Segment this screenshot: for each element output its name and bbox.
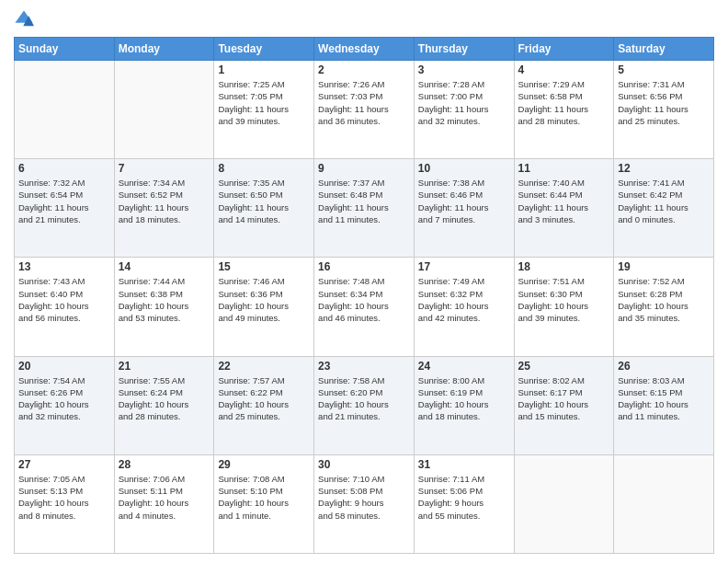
day-number: 9 <box>318 162 410 175</box>
weekday-header-saturday: Saturday <box>614 38 714 61</box>
calendar-cell: 17Sunrise: 7:49 AM Sunset: 6:32 PM Dayli… <box>414 258 514 356</box>
day-info: Sunrise: 7:46 AM Sunset: 6:36 PM Dayligh… <box>218 275 310 324</box>
day-number: 29 <box>218 458 310 471</box>
calendar-cell: 5Sunrise: 7:31 AM Sunset: 6:56 PM Daylig… <box>614 61 714 159</box>
calendar-cell: 27Sunrise: 7:05 AM Sunset: 5:13 PM Dayli… <box>15 454 115 553</box>
day-number: 10 <box>418 162 510 175</box>
week-row-4: 20Sunrise: 7:54 AM Sunset: 6:26 PM Dayli… <box>15 356 714 454</box>
week-row-3: 13Sunrise: 7:43 AM Sunset: 6:40 PM Dayli… <box>15 258 714 356</box>
day-info: Sunrise: 7:28 AM Sunset: 7:00 PM Dayligh… <box>418 78 510 127</box>
day-info: Sunrise: 7:32 AM Sunset: 6:54 PM Dayligh… <box>18 177 110 225</box>
header <box>14 9 714 29</box>
day-info: Sunrise: 7:06 AM Sunset: 5:11 PM Dayligh… <box>119 473 210 522</box>
weekday-header-sunday: Sunday <box>15 38 115 61</box>
calendar-cell: 11Sunrise: 7:40 AM Sunset: 6:44 PM Dayli… <box>514 159 614 258</box>
week-row-2: 6Sunrise: 7:32 AM Sunset: 6:54 PM Daylig… <box>15 159 714 258</box>
day-info: Sunrise: 8:03 AM Sunset: 6:15 PM Dayligh… <box>618 374 710 423</box>
logo <box>14 9 38 29</box>
calendar-cell: 18Sunrise: 7:51 AM Sunset: 6:30 PM Dayli… <box>514 258 614 356</box>
day-number: 13 <box>18 260 110 273</box>
day-number: 26 <box>618 360 710 373</box>
day-info: Sunrise: 7:37 AM Sunset: 6:48 PM Dayligh… <box>318 177 410 225</box>
weekday-header-wednesday: Wednesday <box>314 38 415 61</box>
calendar-cell: 15Sunrise: 7:46 AM Sunset: 6:36 PM Dayli… <box>214 258 314 356</box>
calendar-cell: 26Sunrise: 8:03 AM Sunset: 6:15 PM Dayli… <box>614 356 714 454</box>
calendar-cell: 25Sunrise: 8:02 AM Sunset: 6:17 PM Dayli… <box>514 356 614 454</box>
day-number: 19 <box>618 260 710 273</box>
day-number: 21 <box>119 360 210 373</box>
day-info: Sunrise: 7:11 AM Sunset: 5:06 PM Dayligh… <box>418 473 510 522</box>
day-number: 5 <box>618 63 710 76</box>
calendar-cell: 9Sunrise: 7:37 AM Sunset: 6:48 PM Daylig… <box>314 159 415 258</box>
day-info: Sunrise: 7:57 AM Sunset: 6:22 PM Dayligh… <box>218 374 310 423</box>
day-info: Sunrise: 7:55 AM Sunset: 6:24 PM Dayligh… <box>119 374 210 423</box>
calendar-cell: 14Sunrise: 7:44 AM Sunset: 6:38 PM Dayli… <box>114 258 214 356</box>
day-number: 22 <box>218 360 310 373</box>
weekday-header-thursday: Thursday <box>414 38 514 61</box>
calendar-cell <box>15 61 115 159</box>
calendar-cell: 10Sunrise: 7:38 AM Sunset: 6:46 PM Dayli… <box>414 159 514 258</box>
day-number: 28 <box>119 458 210 471</box>
calendar-cell: 4Sunrise: 7:29 AM Sunset: 6:58 PM Daylig… <box>514 61 614 159</box>
page: SundayMondayTuesdayWednesdayThursdayFrid… <box>0 0 728 563</box>
calendar-cell: 8Sunrise: 7:35 AM Sunset: 6:50 PM Daylig… <box>214 159 314 258</box>
day-number: 18 <box>518 260 610 273</box>
calendar-cell: 13Sunrise: 7:43 AM Sunset: 6:40 PM Dayli… <box>15 258 115 356</box>
day-info: Sunrise: 7:44 AM Sunset: 6:38 PM Dayligh… <box>119 275 210 324</box>
day-number: 25 <box>518 360 610 373</box>
day-info: Sunrise: 7:54 AM Sunset: 6:26 PM Dayligh… <box>18 374 110 423</box>
calendar-cell: 22Sunrise: 7:57 AM Sunset: 6:22 PM Dayli… <box>214 356 314 454</box>
day-number: 24 <box>418 360 510 373</box>
day-info: Sunrise: 7:52 AM Sunset: 6:28 PM Dayligh… <box>618 275 710 324</box>
day-info: Sunrise: 8:00 AM Sunset: 6:19 PM Dayligh… <box>418 374 510 423</box>
day-number: 7 <box>119 162 210 175</box>
calendar-cell: 1Sunrise: 7:25 AM Sunset: 7:05 PM Daylig… <box>214 61 314 159</box>
calendar-cell: 28Sunrise: 7:06 AM Sunset: 5:11 PM Dayli… <box>114 454 214 553</box>
day-info: Sunrise: 7:41 AM Sunset: 6:42 PM Dayligh… <box>618 177 710 225</box>
day-number: 3 <box>418 63 510 76</box>
day-info: Sunrise: 7:10 AM Sunset: 5:08 PM Dayligh… <box>318 473 410 522</box>
day-number: 23 <box>318 360 410 373</box>
calendar-cell: 19Sunrise: 7:52 AM Sunset: 6:28 PM Dayli… <box>614 258 714 356</box>
day-info: Sunrise: 8:02 AM Sunset: 6:17 PM Dayligh… <box>518 374 610 423</box>
calendar-cell <box>614 454 714 553</box>
calendar-cell: 30Sunrise: 7:10 AM Sunset: 5:08 PM Dayli… <box>314 454 415 553</box>
day-number: 16 <box>318 260 410 273</box>
day-number: 30 <box>318 458 410 471</box>
calendar-cell: 20Sunrise: 7:54 AM Sunset: 6:26 PM Dayli… <box>15 356 115 454</box>
calendar: SundayMondayTuesdayWednesdayThursdayFrid… <box>14 37 714 554</box>
day-number: 1 <box>218 63 310 76</box>
day-number: 17 <box>418 260 510 273</box>
calendar-cell: 29Sunrise: 7:08 AM Sunset: 5:10 PM Dayli… <box>214 454 314 553</box>
calendar-cell: 24Sunrise: 8:00 AM Sunset: 6:19 PM Dayli… <box>414 356 514 454</box>
day-info: Sunrise: 7:35 AM Sunset: 6:50 PM Dayligh… <box>218 177 310 225</box>
day-info: Sunrise: 7:25 AM Sunset: 7:05 PM Dayligh… <box>218 78 310 127</box>
day-info: Sunrise: 7:48 AM Sunset: 6:34 PM Dayligh… <box>318 275 410 324</box>
day-info: Sunrise: 7:38 AM Sunset: 6:46 PM Dayligh… <box>418 177 510 225</box>
calendar-cell: 23Sunrise: 7:58 AM Sunset: 6:20 PM Dayli… <box>314 356 415 454</box>
calendar-cell: 7Sunrise: 7:34 AM Sunset: 6:52 PM Daylig… <box>114 159 214 258</box>
calendar-cell: 3Sunrise: 7:28 AM Sunset: 7:00 PM Daylig… <box>414 61 514 159</box>
day-number: 31 <box>418 458 510 471</box>
logo-icon <box>14 9 34 29</box>
day-info: Sunrise: 7:49 AM Sunset: 6:32 PM Dayligh… <box>418 275 510 324</box>
day-number: 6 <box>18 162 110 175</box>
day-info: Sunrise: 7:34 AM Sunset: 6:52 PM Dayligh… <box>119 177 210 225</box>
day-info: Sunrise: 7:43 AM Sunset: 6:40 PM Dayligh… <box>18 275 110 324</box>
day-number: 8 <box>218 162 310 175</box>
calendar-cell: 2Sunrise: 7:26 AM Sunset: 7:03 PM Daylig… <box>314 61 415 159</box>
week-row-1: 1Sunrise: 7:25 AM Sunset: 7:05 PM Daylig… <box>15 61 714 159</box>
weekday-header-tuesday: Tuesday <box>214 38 314 61</box>
day-info: Sunrise: 7:31 AM Sunset: 6:56 PM Dayligh… <box>618 78 710 127</box>
weekday-header-monday: Monday <box>114 38 214 61</box>
calendar-cell: 6Sunrise: 7:32 AM Sunset: 6:54 PM Daylig… <box>15 159 115 258</box>
day-info: Sunrise: 7:05 AM Sunset: 5:13 PM Dayligh… <box>18 473 110 522</box>
calendar-cell: 16Sunrise: 7:48 AM Sunset: 6:34 PM Dayli… <box>314 258 415 356</box>
calendar-header-row: SundayMondayTuesdayWednesdayThursdayFrid… <box>15 38 714 61</box>
day-number: 14 <box>119 260 210 273</box>
day-info: Sunrise: 7:26 AM Sunset: 7:03 PM Dayligh… <box>318 78 410 127</box>
day-number: 11 <box>518 162 610 175</box>
day-info: Sunrise: 7:29 AM Sunset: 6:58 PM Dayligh… <box>518 78 610 127</box>
calendar-cell <box>514 454 614 553</box>
day-info: Sunrise: 7:58 AM Sunset: 6:20 PM Dayligh… <box>318 374 410 423</box>
